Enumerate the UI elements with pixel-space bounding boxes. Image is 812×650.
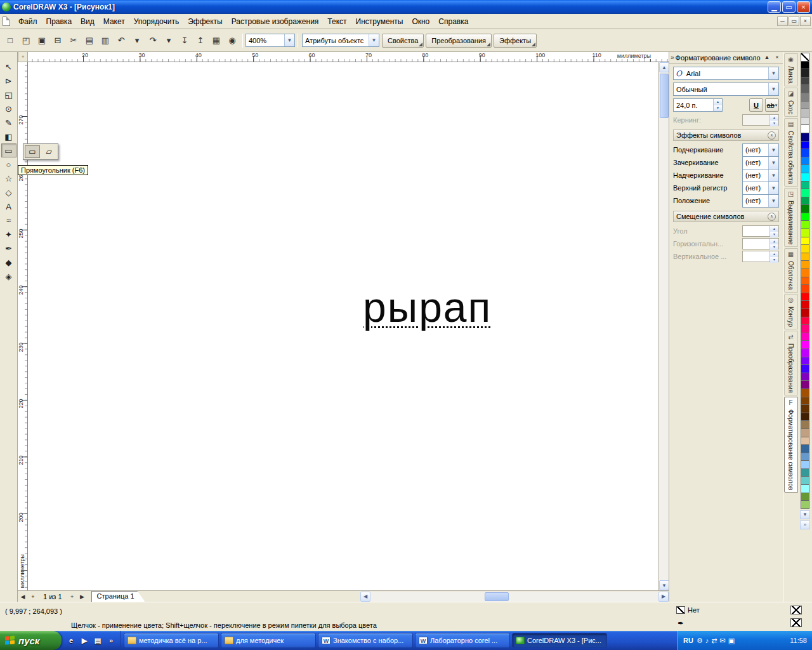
clock[interactable]: 11:58 (790, 637, 807, 644)
pick-tool[interactable]: ↖ (1, 60, 16, 74)
kerning-field[interactable]: ▴▾ (742, 114, 779, 126)
color-swatch[interactable] (801, 213, 809, 222)
color-swatch[interactable] (801, 373, 809, 381)
text-tool[interactable]: A (1, 199, 16, 213)
menu-item[interactable]: Макет (99, 15, 129, 28)
menu-item[interactable]: Инструменты (351, 15, 408, 28)
vertical-ruler[interactable]: миллиметры 270260250240230220210200 (18, 62, 28, 590)
color-swatch[interactable] (801, 253, 809, 262)
docker-tab[interactable]: ◳ Выдавливание (784, 188, 798, 247)
color-swatch[interactable] (801, 149, 809, 157)
menu-item[interactable]: Текст (323, 15, 351, 28)
shift-spinner[interactable]: ▴▾ (769, 251, 778, 262)
color-swatch[interactable] (801, 157, 809, 166)
shift-field[interactable]: ▴▾ (742, 225, 779, 237)
interactive-fill-tool[interactable]: ◈ (1, 269, 16, 283)
rectangle-tool[interactable]: ▭ (1, 143, 16, 157)
redo-dropdown-icon[interactable]: ▾ (161, 33, 176, 48)
collapse-section-icon[interactable]: « (768, 131, 776, 140)
add-page-after-icon[interactable]: + (67, 592, 77, 602)
document-icon[interactable] (3, 17, 10, 26)
scroll-right-icon[interactable]: ▶ (658, 592, 669, 602)
color-swatch[interactable] (801, 324, 809, 333)
print-icon[interactable]: ⊟ (50, 33, 65, 48)
network-icon[interactable]: ⇄ (711, 637, 717, 645)
save-icon[interactable]: ▣ (34, 33, 49, 48)
show-desktop-icon[interactable]: ▤ (92, 635, 103, 646)
color-swatch[interactable] (801, 69, 809, 77)
taskbar-task-button[interactable]: Лабораторно corel ... (415, 633, 510, 648)
color-swatch[interactable] (801, 269, 809, 277)
start-button[interactable]: пуск (0, 631, 62, 650)
outline-tool[interactable]: ✒ (1, 241, 16, 255)
color-swatch[interactable] (801, 101, 809, 110)
export-icon[interactable]: ↥ (193, 33, 208, 48)
open-icon[interactable]: ◰ (18, 33, 34, 48)
toolbar-button[interactable]: Свойства (382, 34, 424, 48)
shift-field[interactable]: ▴▾ (742, 238, 779, 249)
font-family-combo[interactable]: O Arial (673, 67, 779, 80)
color-swatch[interactable] (801, 164, 809, 173)
dropdown-arrow-icon[interactable] (768, 144, 778, 156)
docker-overflow-icon[interactable]: » (671, 54, 674, 61)
color-swatch[interactable] (801, 84, 809, 93)
character-shift-section[interactable]: Смещение символов « (673, 211, 779, 222)
dropdown-arrow-icon[interactable] (768, 157, 778, 169)
document-restore-button[interactable]: ▭ (789, 17, 799, 26)
color-swatch[interactable] (801, 317, 809, 326)
underline-button[interactable]: U (749, 98, 763, 112)
shift-field[interactable]: ▴▾ (742, 251, 779, 262)
scroll-down-icon[interactable]: ▼ (659, 580, 669, 590)
taskbar-task-button[interactable]: CorelDRAW X3 - [Рис... (512, 633, 607, 648)
menu-item[interactable]: Файл (14, 15, 42, 28)
color-swatch[interactable] (801, 493, 809, 501)
ruler-origin-icon[interactable]: + (18, 52, 28, 62)
next-page-icon[interactable]: ▶ (77, 592, 88, 602)
no-color-swatch[interactable] (801, 53, 809, 62)
language-indicator[interactable]: RU (683, 637, 693, 644)
menu-item[interactable]: Справка (434, 15, 473, 28)
effect-value-combo[interactable]: (нет) (742, 182, 779, 195)
color-swatch[interactable] (801, 460, 809, 469)
messenger-icon[interactable]: ✉ (719, 637, 725, 645)
paste-icon[interactable]: ▥ (98, 33, 113, 48)
color-swatch[interactable] (801, 388, 809, 397)
menu-item[interactable]: Вид (76, 15, 99, 28)
color-swatch[interactable] (801, 340, 809, 349)
shape-tool[interactable]: ⊳ (1, 74, 16, 88)
docker-close-icon[interactable]: × (773, 53, 782, 62)
color-swatch[interactable] (801, 293, 809, 302)
docker-pin-icon[interactable]: ▲ (763, 53, 771, 62)
horizontal-ruler[interactable]: миллиметры 2030405060708090100110 (28, 52, 669, 62)
smart-fill-tool[interactable]: ◧ (1, 129, 16, 143)
interactive-blend-tool[interactable]: ≈ (1, 213, 16, 227)
color-swatch[interactable] (801, 124, 809, 133)
undo-dropdown-icon[interactable]: ▾ (129, 33, 145, 48)
basic-shapes-tool[interactable]: ◇ (1, 185, 16, 199)
docker-tab[interactable]: ⇄ Преобразования (784, 331, 798, 395)
color-swatch[interactable] (801, 380, 809, 389)
redo-icon[interactable]: ↷ (145, 33, 160, 48)
docker-tab[interactable]: F Форматирование символов (784, 397, 798, 493)
copy-icon[interactable]: ▤ (82, 33, 97, 48)
undo-icon[interactable]: ↶ (114, 33, 129, 48)
zoom-tool[interactable]: ⊙ (1, 102, 16, 116)
color-swatch[interactable] (801, 133, 809, 142)
fill-tool[interactable]: ◆ (1, 255, 16, 269)
three-point-rectangle-flyout-icon[interactable]: ▱ (41, 145, 56, 158)
color-swatch[interactable] (801, 476, 809, 485)
quicklaunch-more-icon[interactable]: » (105, 635, 117, 646)
prev-page-icon[interactable]: ◀ (18, 592, 28, 602)
kerning-spinner[interactable]: ▴▾ (769, 115, 778, 125)
keyboard-icon[interactable]: ▣ (728, 637, 735, 645)
dropdown-arrow-icon[interactable] (369, 34, 379, 46)
crop-tool[interactable]: ◱ (1, 88, 16, 102)
color-swatch[interactable] (801, 237, 809, 246)
taskbar-task-button[interactable]: методичка всё на р... (124, 633, 219, 648)
color-swatch[interactable] (801, 244, 809, 253)
vertical-scroll-thumb[interactable] (660, 74, 669, 118)
color-swatch[interactable] (801, 348, 809, 357)
add-page-before-icon[interactable]: + (28, 592, 38, 602)
color-swatch[interactable] (801, 437, 809, 446)
page-tab[interactable]: Страница 1 (91, 591, 145, 602)
